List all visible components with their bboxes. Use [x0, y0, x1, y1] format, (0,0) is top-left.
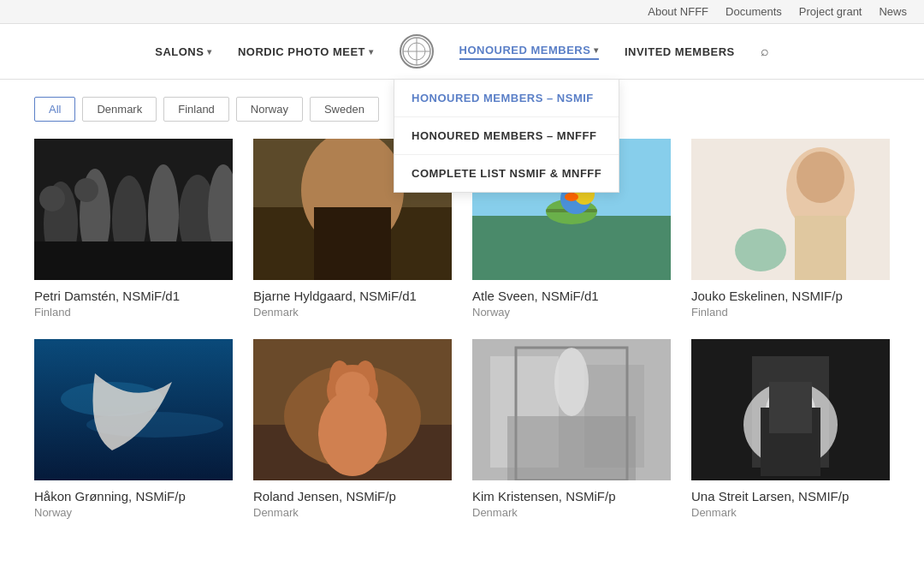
nordic-chevron-icon: ▾: [369, 47, 374, 57]
honoured-chevron-icon: ▾: [594, 45, 599, 55]
svg-point-45: [318, 390, 387, 476]
nordic-photo-meet-nav[interactable]: NORDIC PHOTO MEET ▾: [238, 45, 374, 58]
gallery-image: [253, 339, 452, 480]
member-country: Denmark: [472, 506, 671, 519]
gallery-item[interactable]: Kim Kristensen, NSMiF/p Denmark: [472, 339, 671, 519]
filter-norway-button[interactable]: Norway: [236, 97, 303, 122]
documents-link[interactable]: Documents: [726, 5, 782, 18]
member-name: Jouko Eskelinen, NSMIF/p: [691, 289, 890, 303]
member-country: Norway: [34, 506, 233, 519]
member-country: Denmark: [253, 506, 452, 519]
gallery-item[interactable]: Petri Damstén, NSMiF/d1 Finland: [34, 139, 233, 319]
salons-nav[interactable]: SALONS ▾: [155, 45, 212, 58]
honoured-members-nav[interactable]: HONOURED MEMBERS ▾: [459, 44, 599, 60]
member-country: Norway: [472, 306, 671, 319]
member-name: Roland Jensen, NSMiF/p: [253, 489, 452, 504]
svg-rect-52: [507, 416, 636, 480]
invited-members-nav[interactable]: INVITED MEMBERS: [625, 45, 735, 58]
member-name: Bjarne Hyldgaard, NSMiF/d1: [253, 289, 452, 303]
gallery-item[interactable]: Roland Jensen, NSMiF/p Denmark: [253, 339, 452, 519]
member-name: Håkon Grønning, NSMiF/p: [34, 489, 233, 504]
project-grant-link[interactable]: Project grant: [799, 5, 862, 18]
top-bar: About NFFF Documents Project grant News: [0, 0, 924, 24]
gallery-image: [691, 139, 890, 280]
filter-finland-button[interactable]: Finland: [163, 97, 229, 122]
svg-rect-18: [314, 207, 391, 280]
site-logo: [400, 34, 434, 69]
member-name: Kim Kristensen, NSMiF/p: [472, 489, 671, 504]
svg-point-13: [74, 178, 98, 202]
honoured-members-dropdown: HONOURED MEMBERS – NSMIF HONOURED MEMBER…: [394, 79, 619, 193]
member-name: Petri Damstén, NSMiF/d1: [34, 289, 233, 303]
dropdown-nsmif[interactable]: HONOURED MEMBERS – NSMIF: [394, 80, 619, 117]
filter-all-button[interactable]: All: [34, 97, 75, 122]
gallery-item[interactable]: Una Streit Larsen, NSMIF/p Denmark: [691, 339, 890, 519]
salons-chevron-icon: ▾: [207, 47, 212, 57]
svg-point-12: [39, 186, 65, 212]
svg-point-30: [797, 152, 844, 203]
search-button[interactable]: ⌕: [761, 44, 769, 59]
member-country: Finland: [691, 306, 890, 319]
gallery-image: [472, 339, 671, 480]
dropdown-mnfff[interactable]: HONOURED MEMBERS – MNFFF: [394, 117, 619, 155]
gallery: Petri Damstén, NSMiF/d1 Finland Bjarne H…: [0, 139, 924, 553]
svg-rect-21: [472, 216, 671, 280]
about-nfff-link[interactable]: About NFFF: [648, 5, 708, 18]
filter-denmark-button[interactable]: Denmark: [82, 97, 157, 122]
member-name: Atle Sveen, NSMiF/d1: [472, 289, 671, 303]
svg-rect-11: [34, 241, 233, 280]
member-country: Denmark: [253, 306, 452, 319]
svg-point-27: [565, 193, 578, 201]
gallery-image: [34, 339, 233, 480]
gallery-image: [691, 339, 890, 480]
member-country: Finland: [34, 306, 233, 319]
svg-rect-31: [795, 216, 846, 280]
svg-point-32: [735, 229, 786, 271]
svg-point-51: [554, 348, 589, 416]
main-nav: SALONS ▾ NORDIC PHOTO MEET ▾ HONOURED ME…: [0, 24, 924, 80]
svg-rect-58: [769, 382, 812, 433]
gallery-image: [34, 139, 233, 280]
dropdown-complete[interactable]: COMPLETE LIST NSMIF & MNFFF: [394, 155, 619, 192]
gallery-item[interactable]: Håkon Grønning, NSMiF/p Norway: [34, 339, 233, 519]
gallery-item[interactable]: Jouko Eskelinen, NSMIF/p Finland: [691, 139, 890, 319]
filter-sweden-button[interactable]: Sweden: [310, 97, 379, 122]
member-name: Una Streit Larsen, NSMIF/p: [691, 489, 890, 504]
news-link[interactable]: News: [879, 5, 907, 18]
member-country: Denmark: [691, 506, 890, 519]
